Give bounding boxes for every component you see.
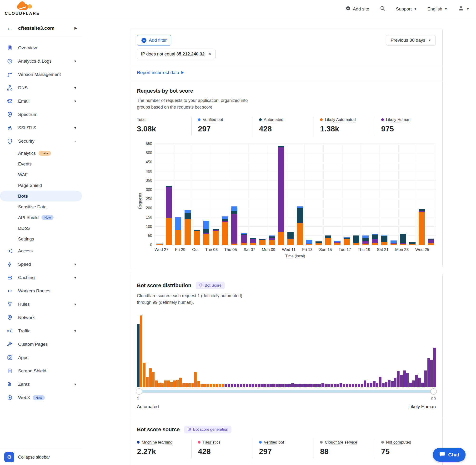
sidebar-item-scrape-shield[interactable]: Scrape Shield	[0, 364, 82, 378]
sidebar-item-traffic[interactable]: Traffic▼	[0, 324, 82, 338]
sidebar-item-zaraz[interactable]: Zaraz▼	[0, 378, 82, 391]
bar-segment-automated	[372, 234, 378, 239]
sidebar-item-label: Version Management	[18, 72, 77, 77]
histogram-bar-score-79	[373, 381, 376, 387]
sidebar-item-caching[interactable]: Caching▼	[0, 271, 82, 284]
sidebar-item-apps[interactable]: Apps	[0, 351, 82, 364]
bar-tue-10[interactable]	[278, 146, 284, 245]
bar-wed-04[interactable]	[222, 216, 228, 245]
back-arrow-icon[interactable]: ←	[6, 25, 13, 32]
support-menu[interactable]: Support ▼	[396, 6, 417, 12]
report-incorrect-data-link[interactable]: Report incorrect data	[137, 70, 184, 75]
histogram-bar-score-44	[267, 384, 270, 387]
bot-score-badge[interactable]: Bot Score	[196, 282, 225, 289]
bar-sat-30[interactable]	[185, 210, 191, 245]
bar-oct-01[interactable]	[194, 230, 200, 245]
sidebar-item-settings[interactable]: Settings	[0, 233, 82, 244]
chevron-right-icon[interactable]: ▶	[74, 26, 77, 30]
sidebar-item-api-shield[interactable]: API ShieldNew	[0, 212, 82, 223]
bar-mon-09[interactable]	[269, 235, 275, 245]
bar-sun-22[interactable]	[391, 241, 397, 245]
bar-thu-26[interactable]	[428, 239, 434, 245]
sidebar-item-access[interactable]: Access	[0, 244, 82, 258]
gear-icon[interactable]: ⚙	[4, 452, 14, 462]
sidebar-item-email[interactable]: Email▼	[0, 95, 82, 108]
sidebar-item-bots[interactable]: Bots	[0, 191, 82, 201]
bar-wed-11[interactable]	[287, 232, 294, 245]
sidebar-item-speed[interactable]: Speed▼	[0, 258, 82, 271]
bar-sun-15[interactable]	[325, 235, 331, 245]
sidebar-item-text: Caching	[18, 275, 35, 280]
bar-thu-19[interactable]	[362, 235, 369, 245]
sidebar-item-web3[interactable]: Web3New	[0, 391, 82, 404]
bar-sat-21[interactable]	[381, 235, 387, 245]
cloudflare-logo[interactable]: CLOUDFLARE	[5, 2, 40, 16]
histogram-bar-score-83	[385, 382, 388, 387]
sidebar-item-dns[interactable]: DNS▼	[0, 81, 82, 95]
bot-score-generation-badge[interactable]: Bot score generation	[184, 426, 232, 433]
sidebar-item-rules[interactable]: Rules▼	[0, 298, 82, 311]
account-menu[interactable]: ▼	[458, 5, 469, 13]
bar-tue-24[interactable]	[409, 242, 415, 245]
score-range-slider[interactable]	[137, 390, 436, 393]
histogram-bar-score-91	[409, 383, 412, 387]
bar-segment-automated	[287, 232, 294, 239]
sidebar-item-waf[interactable]: WAF	[0, 169, 82, 180]
bar-wed-25[interactable]	[419, 209, 425, 245]
filter-chip[interactable]: IP does not equal 35.212.240.32 ✕	[137, 49, 215, 59]
sidebar-item-analytics-logs[interactable]: Analytics & Logs▼	[0, 54, 82, 68]
add-site-button[interactable]: Add site	[346, 6, 369, 12]
bar-segment-automated	[297, 208, 303, 222]
collapse-sidebar-label[interactable]: Collapse sidebar	[18, 455, 50, 460]
bar-thu-12[interactable]	[297, 206, 303, 245]
bar-wed-18[interactable]	[353, 235, 359, 245]
sidebar-item-workers-routes[interactable]: Workers Routes	[0, 284, 82, 298]
slider-handle-max[interactable]	[431, 388, 437, 394]
bar-wed-27[interactable]	[157, 243, 163, 245]
histogram-bar-score-36	[243, 384, 245, 387]
slider-handle-min[interactable]	[136, 388, 142, 394]
sidebar-item-security[interactable]: Security▲	[0, 135, 82, 148]
stat-label: Automated	[259, 117, 283, 122]
date-range-dropdown[interactable]: Previous 30 days ▼	[386, 35, 436, 45]
sidebar-item-analytics[interactable]: AnalyticsBeta	[0, 148, 82, 159]
site-name: cftestsite3.com	[18, 25, 69, 31]
bar-mon-16[interactable]	[334, 241, 340, 245]
sidebar-item-spectrum[interactable]: Spectrum	[0, 108, 82, 121]
histogram-bar-score-9	[161, 383, 164, 387]
bar-mon-02[interactable]	[203, 221, 209, 245]
histogram-bar-score-46	[273, 384, 276, 387]
sidebar-item-ddos[interactable]: DDoS	[0, 223, 82, 233]
add-filter-button[interactable]: + Add filter	[137, 35, 171, 45]
stack-icon	[7, 275, 13, 281]
sidebar-item-sensitive-data[interactable]: Sensitive Data	[0, 201, 82, 212]
stat-label: Verified bot	[198, 117, 223, 122]
bar-sun-08[interactable]	[259, 239, 265, 245]
bar-thu-05[interactable]	[231, 206, 237, 245]
sidebar-item-events[interactable]: Events	[0, 159, 82, 169]
histogram-bar-score-64	[328, 384, 330, 387]
sidebar-item-overview[interactable]: Overview	[0, 41, 82, 54]
close-icon[interactable]: ✕	[208, 52, 212, 57]
sidebar-item-page-shield[interactable]: Page Shield	[0, 180, 82, 191]
bar-tue-17[interactable]	[344, 237, 350, 245]
bar-thu-28[interactable]	[166, 186, 172, 245]
sidebar-item-ssl-tls[interactable]: SSL/TLS▼	[0, 121, 82, 135]
bar-sat-14[interactable]	[316, 242, 322, 245]
sidebar-item-custom-pages[interactable]: Custom Pages	[0, 338, 82, 351]
sidebar-item-version-management[interactable]: Version Management	[0, 68, 82, 81]
bar-mon-23[interactable]	[400, 234, 406, 245]
bar-sat-07[interactable]	[250, 238, 256, 245]
bar-tue-03[interactable]	[213, 229, 219, 245]
bar-slot	[202, 144, 211, 245]
sidebar-item-network[interactable]: Network	[0, 311, 82, 324]
search-icon[interactable]	[380, 5, 386, 12]
bar-fri-20[interactable]	[372, 234, 378, 245]
x-tick-label: Sun 15	[319, 247, 332, 252]
bar-fri-29[interactable]	[175, 217, 181, 245]
bar-fri-13[interactable]	[306, 240, 312, 245]
bar-fri-06[interactable]	[241, 233, 247, 245]
chat-button[interactable]: Chat	[433, 448, 465, 462]
bot-score-card: Bot score distribution Bot Score Cloudfl…	[130, 274, 443, 465]
language-menu[interactable]: English ▼	[427, 6, 447, 12]
